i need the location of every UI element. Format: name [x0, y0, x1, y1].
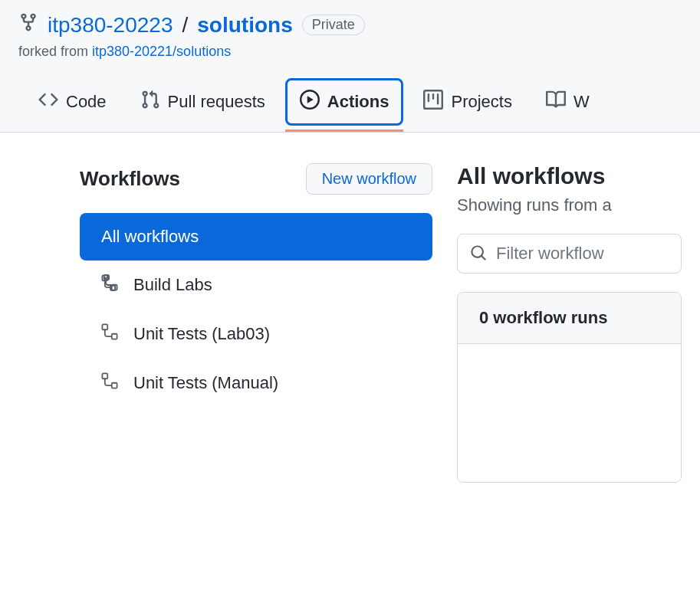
main-title: All workflows	[457, 163, 682, 189]
main-panel: All workflows Showing runs from a 0 work…	[457, 163, 682, 483]
workflow-icon	[101, 372, 118, 394]
repo-owner-link[interactable]: itp380-20223	[48, 13, 173, 38]
tab-actions[interactable]: Actions	[285, 78, 404, 126]
svg-rect-2	[102, 324, 107, 329]
runs-header: 0 workflow runs	[458, 293, 681, 344]
tab-projects-label: Projects	[451, 92, 511, 112]
search-input[interactable]	[496, 244, 682, 264]
repo-name-link[interactable]: solutions	[197, 13, 292, 38]
svg-rect-4	[102, 373, 107, 378]
projects-icon	[423, 90, 443, 114]
search-icon	[470, 244, 487, 264]
book-icon	[546, 90, 566, 114]
tab-actions-label: Actions	[327, 92, 389, 112]
new-workflow-button[interactable]: New workflow	[306, 163, 432, 195]
tab-wiki-label: W	[573, 92, 590, 112]
workflow-item-label: Unit Tests (Manual)	[133, 373, 278, 393]
sidebar-title: Workflows	[80, 167, 180, 191]
repo-title-row: itp380-20223 / solutions Private	[18, 12, 682, 38]
fork-icon	[18, 12, 38, 38]
workflow-item-build-labs[interactable]: Build Labs	[80, 260, 432, 310]
workflow-icon	[101, 323, 118, 345]
code-icon	[38, 90, 58, 114]
repo-tabs: Code Pull requests Actions	[18, 78, 682, 132]
workflow-icon	[101, 274, 118, 296]
visibility-badge: Private	[302, 15, 365, 35]
content: Workflows New workflow All workflows Bui…	[0, 133, 700, 513]
tab-pull-requests-label: Pull requests	[168, 92, 265, 112]
workflow-item-all[interactable]: All workflows	[80, 213, 432, 260]
tab-projects[interactable]: Projects	[409, 78, 525, 126]
sidebar-header: Workflows New workflow	[80, 163, 432, 195]
workflow-item-unit-tests-manual[interactable]: Unit Tests (Manual)	[80, 359, 432, 408]
pull-request-icon	[140, 90, 160, 114]
runs-panel: 0 workflow runs	[457, 292, 682, 483]
forked-from: forked from itp380-20221/solutions	[18, 44, 682, 60]
workflow-list: All workflows Build Labs	[80, 213, 432, 408]
workflow-item-label: All workflows	[101, 227, 199, 247]
svg-rect-3	[112, 334, 117, 339]
tab-wiki[interactable]: W	[532, 78, 603, 126]
runs-body	[458, 344, 681, 482]
forked-from-link[interactable]: itp380-20221/solutions	[92, 44, 231, 59]
tab-pull-requests[interactable]: Pull requests	[127, 78, 279, 126]
workflows-sidebar: Workflows New workflow All workflows Bui…	[18, 163, 432, 483]
repo-header: itp380-20223 / solutions Private forked …	[0, 0, 700, 133]
search-box[interactable]	[457, 234, 682, 274]
workflow-item-unit-tests-lab03[interactable]: Unit Tests (Lab03)	[80, 310, 432, 359]
tab-code-label: Code	[66, 92, 107, 112]
play-icon	[300, 90, 320, 114]
tab-code[interactable]: Code	[25, 78, 120, 126]
svg-rect-5	[112, 383, 117, 388]
main-subtitle: Showing runs from a	[457, 195, 682, 215]
forked-from-label: forked from	[18, 44, 92, 59]
workflow-item-label: Build Labs	[133, 275, 212, 295]
workflow-item-label: Unit Tests (Lab03)	[133, 324, 270, 344]
repo-slash: /	[182, 13, 188, 38]
